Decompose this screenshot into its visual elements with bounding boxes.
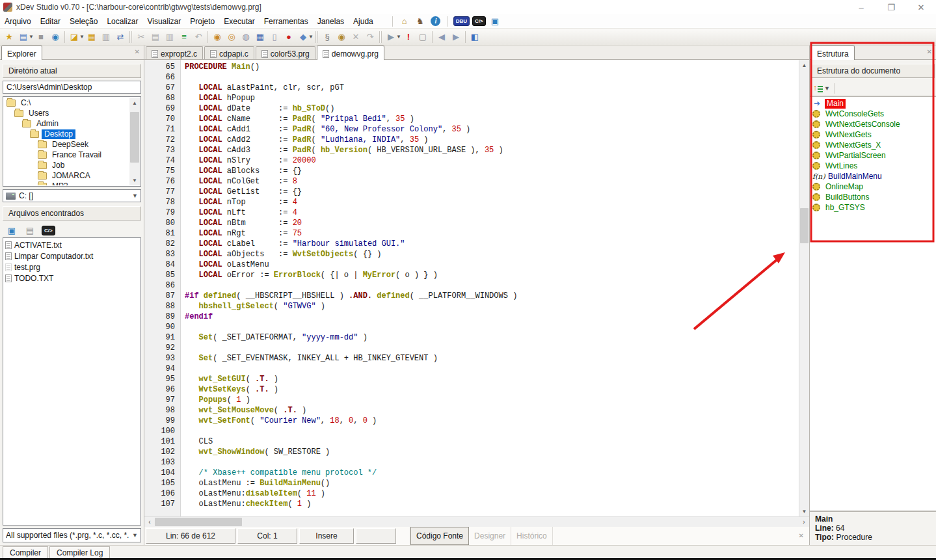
menu-ajuda[interactable]: Ajuda — [349, 15, 378, 28]
book-icon[interactable]: ◆ — [296, 30, 310, 44]
tree-item[interactable]: Job — [4, 160, 129, 170]
code-line[interactable]: 97 Popups( 1 ) — [144, 395, 799, 405]
stop-run-icon[interactable]: ! — [401, 30, 416, 44]
folder-icon[interactable]: ▤ — [23, 224, 36, 236]
code-line[interactable]: 87#if defined( __HBSCRIPT__HBSHELL ) .AN… — [144, 291, 799, 301]
undo-icon[interactable]: ↶ — [191, 30, 206, 44]
tab-explorer[interactable]: Explorer — [1, 46, 42, 60]
cut-icon[interactable]: ✂ — [134, 30, 148, 44]
code-prompt-icon[interactable]: C/> — [472, 16, 486, 26]
code-line[interactable]: 91 Set( _SET_DATEFORMAT, "yyyy-mm-dd" ) — [144, 332, 799, 343]
print-icon[interactable]: ▦ — [253, 30, 267, 44]
file-filter-select[interactable]: All supported files (*.prg, *.c, *.cc, *… — [3, 528, 141, 542]
code-line[interactable]: 103 — [144, 457, 799, 468]
file-item[interactable]: ACTIVATE.txt — [4, 239, 140, 250]
tree-item[interactable]: MP3 — [4, 181, 129, 185]
tools-icon[interactable]: ✕ — [349, 30, 363, 44]
save-icon[interactable]: ▦ — [85, 30, 99, 44]
menu-executar[interactable]: Executar — [219, 15, 259, 28]
lines-icon[interactable]: ≡ — [177, 30, 191, 44]
scroll-down-icon[interactable]: ▼ — [799, 506, 809, 516]
pin-icon[interactable]: ● — [282, 30, 296, 44]
monitor-icon[interactable]: ▣ — [488, 16, 501, 27]
tab-structure[interactable]: Estrutura — [811, 46, 855, 60]
scroll-up-icon[interactable]: ▲ — [129, 98, 140, 108]
code-line[interactable]: 72 LOCAL cAdd2 := PadR( "Ludhiana, INDIA… — [144, 135, 799, 145]
panel-close-icon[interactable]: ✕ — [799, 532, 804, 539]
tree-item[interactable]: DeepSeek — [4, 139, 129, 150]
menu-projeto[interactable]: Projeto — [185, 15, 219, 28]
code-line[interactable]: 107 oLastMenu:checkItem( 1 ) — [144, 499, 799, 509]
code-line[interactable]: 92 — [144, 343, 799, 353]
code-line[interactable]: 100 — [144, 426, 799, 436]
code-line[interactable]: 89#endif — [144, 312, 799, 322]
drive-selector[interactable]: C: [] ▼ — [3, 189, 141, 202]
code-line[interactable]: 74 LOCAL nSlry := 20000 — [144, 155, 799, 166]
structure-item[interactable]: hb_GTSYS — [810, 202, 936, 213]
door-icon[interactable]: ▯ — [267, 30, 282, 44]
stop-icon[interactable]: ■ — [34, 30, 48, 44]
paste-icon[interactable]: ▥ — [163, 30, 177, 44]
structure-item[interactable]: WvtConsoleGets — [810, 109, 936, 119]
close-icon[interactable]: ✕ — [906, 0, 936, 14]
new-file-icon[interactable]: ★ — [2, 30, 16, 44]
save-all-icon[interactable]: ▥ — [99, 30, 113, 44]
chevron-down-icon[interactable]: ▼ — [824, 85, 830, 92]
code-line[interactable]: 102 wvt_ShowWindow( SW_RESTORE ) — [144, 447, 799, 457]
code-line[interactable]: 73 LOCAL cAdd3 := PadR( hb_Version( HB_V… — [144, 145, 799, 155]
minimize-icon[interactable]: – — [846, 0, 876, 14]
editor-vscrollbar[interactable]: ▲ ▼ — [799, 60, 809, 516]
code-line[interactable]: 86 — [144, 280, 799, 291]
code-line[interactable]: 79 LOCAL nLft := 4 — [144, 207, 799, 218]
menu-janelas[interactable]: Janelas — [313, 15, 349, 28]
code-line[interactable]: 99 wvt_SetFont( "Courier New", 18, 0, 0 … — [144, 416, 799, 426]
menu-arquivo[interactable]: Arquivo — [0, 15, 36, 28]
tree-item[interactable]: Admin — [4, 118, 129, 129]
code-line[interactable]: 77 LOCAL GetList := {} — [144, 187, 799, 197]
structure-item[interactable]: WvtLines — [810, 161, 936, 171]
tree-item[interactable]: France Travail — [4, 150, 129, 160]
code-line[interactable]: 80 LOCAL nBtm := 20 — [144, 218, 799, 228]
file-item[interactable]: TODO.TXT — [4, 273, 140, 284]
editor-hscrollbar[interactable]: ‹ › — [144, 516, 809, 527]
code-line[interactable]: 82 LOCAL cLabel := "Harbour simulated GU… — [144, 239, 799, 249]
tab-cdpapi.c[interactable]: cdpapi.c — [204, 46, 254, 59]
code-line[interactable]: 104 /* Xbase++ compatible menu protocol … — [144, 468, 799, 478]
tree-item[interactable]: Users — [4, 108, 129, 118]
replace-icon[interactable]: ◎ — [224, 30, 239, 44]
code-editor[interactable]: 65PROCEDURE Main()6667 LOCAL aLastPaint,… — [144, 60, 799, 516]
exit-icon[interactable]: ◧ — [468, 30, 482, 44]
structure-item[interactable]: WvtNextGets_X — [810, 140, 936, 150]
code-line[interactable]: 66 — [144, 72, 799, 83]
code-line[interactable]: 69 LOCAL dDate := hb_SToD() — [144, 103, 799, 114]
file-item[interactable]: Limpar Computador.txt — [4, 250, 140, 261]
structure-item[interactable]: WvtNextGetsConsole — [810, 119, 936, 129]
open-files-icon[interactable]: ▤ — [16, 30, 31, 44]
code-line[interactable]: 83 LOCAL aObjects := WvtSetObjects( {} ) — [144, 249, 799, 260]
code-line[interactable]: 90 — [144, 322, 799, 332]
code-line[interactable]: 96 WvtSetKeys( .T. ) — [144, 384, 799, 395]
wizard-icon[interactable]: ♞ — [414, 16, 427, 27]
code-line[interactable]: 93 Set( _SET_EVENTMASK, INKEY_ALL + HB_I… — [144, 353, 799, 364]
copy-icon[interactable]: ▤ — [148, 30, 163, 44]
open-folder-icon[interactable]: ◪ — [67, 30, 81, 44]
code-line[interactable]: 105 oLastMenu := BuildMainMenu() — [144, 478, 799, 488]
code-line[interactable]: 76 LOCAL nColGet := 8 — [144, 176, 799, 187]
tab-expropt2.c[interactable]: expropt2.c — [146, 46, 203, 59]
search-ab-icon[interactable]: ◍ — [239, 30, 253, 44]
code-line[interactable]: 67 LOCAL aLastPaint, clr, scr, pGT — [144, 83, 799, 93]
code-line[interactable]: 98 wvt_SetMouseMove( .T. ) — [144, 405, 799, 416]
tree-item[interactable]: Desktop — [4, 129, 129, 139]
structure-item[interactable]: f(n)BuildMainMenu — [810, 171, 936, 181]
code-line[interactable]: 106 oLastMenu:disableItem( 11 ) — [144, 488, 799, 499]
home-icon[interactable]: ⌂ — [398, 16, 411, 27]
structure-item[interactable]: ➜Main — [810, 98, 936, 109]
scrollbar-thumb[interactable] — [155, 518, 242, 526]
structure-item[interactable]: WvtNextGets — [810, 129, 936, 140]
reload-files-icon[interactable]: ⇄ — [113, 30, 127, 44]
menu-localizar[interactable]: Localizar — [102, 15, 142, 28]
view-tab-Histórico[interactable]: Histórico — [511, 527, 553, 545]
code-line[interactable]: 85 LOCAL oError := ErrorBlock( {| o | My… — [144, 270, 799, 280]
info-icon[interactable]: i — [429, 16, 442, 27]
current-path-field[interactable]: C:\Users\Admin\Desktop — [3, 81, 141, 94]
